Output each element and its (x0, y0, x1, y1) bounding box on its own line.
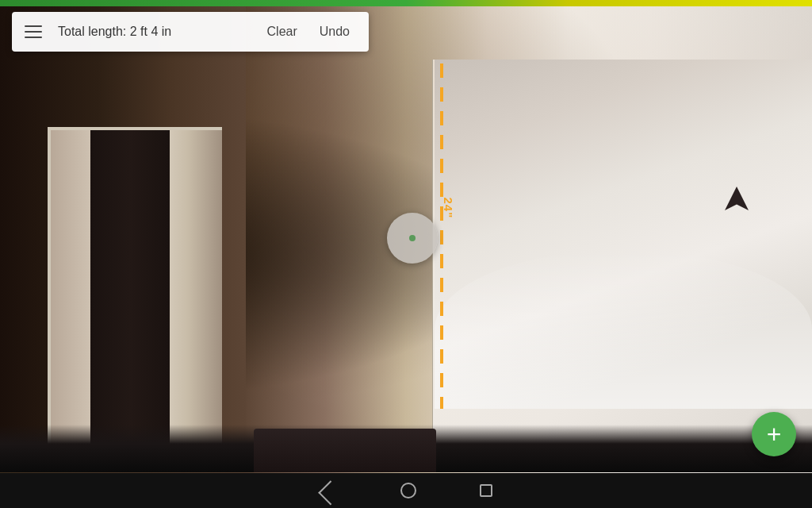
menu-button[interactable] (25, 20, 48, 44)
recents-nav-button[interactable] (480, 484, 492, 497)
home-nav-button[interactable] (400, 483, 416, 498)
back-nav-button[interactable] (320, 482, 337, 499)
snow-waves (435, 250, 812, 409)
drag-handle[interactable] (387, 213, 438, 264)
furniture (254, 429, 436, 472)
measurement-line (440, 64, 443, 409)
door-frame (48, 127, 222, 468)
skier-figure (725, 187, 749, 210)
nav-bar (0, 473, 812, 508)
drag-handle-dot (409, 235, 416, 241)
back-icon (318, 480, 343, 505)
total-length-display: Total length: 2 ft 4 in (58, 25, 251, 39)
clear-button[interactable]: Clear (261, 21, 304, 42)
add-icon: + (767, 421, 782, 447)
add-fab-button[interactable]: + (752, 412, 796, 456)
dashed-line (440, 64, 443, 409)
menu-line-2 (25, 31, 42, 33)
undo-button[interactable]: Undo (313, 21, 356, 42)
status-bar (0, 0, 812, 6)
measurement-label: 24" (442, 198, 455, 219)
artwork (435, 60, 812, 409)
app: 24" Total length: 2 ft 4 in Clear Undo + (0, 0, 812, 508)
menu-line-1 (25, 25, 42, 27)
door-inner (90, 130, 170, 471)
toolbar: Total length: 2 ft 4 in Clear Undo (12, 12, 369, 52)
home-icon (400, 483, 416, 498)
recents-icon (480, 484, 492, 497)
menu-line-3 (25, 37, 42, 38)
